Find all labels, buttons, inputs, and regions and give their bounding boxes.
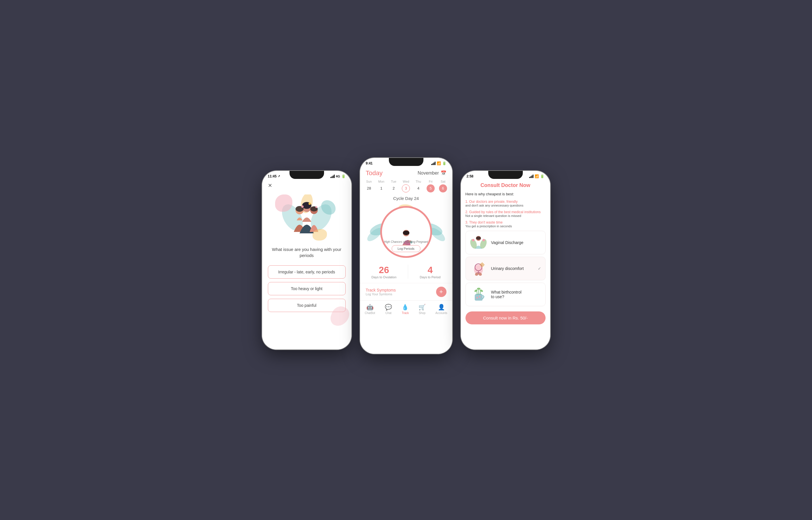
vaginal-discharge-label: Vaginal Discharge — [491, 240, 524, 245]
phone1-arrow-icon: ↗ — [278, 175, 280, 178]
phone1-illustration — [281, 194, 333, 240]
phone3-time: 2:58 — [467, 174, 474, 178]
ovulation-label: Days to Ovulation — [372, 276, 397, 279]
cycle-circle: High Chances of Getting Pregnant Log Per… — [380, 206, 432, 258]
cal-sun: Sun 28 — [365, 180, 373, 192]
phone1-status-left: 11:45 ↗ — [268, 174, 280, 178]
phone2-notch — [389, 158, 423, 166]
cal-thu: Thu 4 — [414, 180, 422, 192]
cycle-message: High Chances of Getting Pregnant — [382, 239, 430, 244]
nav-chat-label: Chat — [386, 311, 391, 315]
svg-point-48 — [479, 296, 480, 297]
reason-2-num: 2. Guided by rules of the best medical i… — [466, 210, 546, 214]
phone2-wifi-icon: 📶 — [437, 161, 441, 165]
svg-rect-40 — [475, 294, 482, 301]
track-subtitle: Log Your Symtoms — [366, 292, 396, 296]
cal-wed[interactable]: Wed 3 — [402, 180, 410, 192]
reason-1-desc: and don't ask any unnecessary questions — [466, 204, 546, 207]
svg-point-47 — [476, 297, 478, 298]
phone2-battery-icon: 🔋 — [442, 161, 446, 165]
phone-3: 2:58 📶 🔋 Consult Doctor Now Here is why … — [461, 171, 550, 349]
svg-point-24 — [476, 236, 481, 240]
phone2-time: 9:41 — [366, 161, 373, 165]
november-label: November 📅 — [418, 170, 446, 176]
add-symptoms-button[interactable]: + — [436, 287, 446, 297]
nav-track-label: Track — [402, 311, 409, 315]
phone-1: 11:45 ↗ 4G 🔋 ✕ — [262, 171, 351, 349]
consult-button[interactable]: Consult now in Rs. 50/- — [466, 311, 546, 324]
phone3-signal-icon — [529, 175, 533, 178]
phone-notch — [289, 171, 324, 179]
selected-checkmark: ✓ — [538, 266, 541, 271]
reason-3-desc: You get a prescription in seconds — [466, 225, 546, 228]
option-irregular[interactable]: Irregular - late, early, no periods — [268, 265, 346, 279]
phone3-status-right: 📶 🔋 — [529, 174, 544, 178]
reason-3-num: 3. They don't waste time — [466, 220, 546, 225]
service-urinary-discomfort[interactable]: Urinary discomfort ✓ — [466, 257, 546, 280]
svg-point-10 — [309, 203, 311, 205]
blob-yellow — [313, 229, 327, 240]
log-periods-button[interactable]: Log Periods — [391, 245, 421, 252]
svg-point-20 — [403, 231, 409, 235]
option-heavy-light[interactable]: Too heavy or light — [268, 282, 346, 295]
today-date: 3 — [402, 184, 410, 192]
nav-chat[interactable]: 💬 Chat — [385, 304, 392, 315]
nav-chatbot[interactable]: 🤖 ChatBot — [365, 304, 375, 315]
svg-point-33 — [480, 263, 484, 267]
reason-2: 2. Guided by rules of the best medical i… — [466, 210, 546, 217]
reason-3: 3. They don't waste time You get a presc… — [466, 220, 546, 228]
phone1-status-right: 4G 🔋 — [331, 174, 346, 178]
phone3-wifi-icon: 📶 — [534, 174, 539, 178]
cal-fri[interactable]: Fri 5 — [426, 180, 435, 192]
today-label: Today — [366, 170, 383, 177]
ovulation-number: 26 — [372, 265, 397, 276]
svg-point-45 — [477, 287, 480, 289]
phone3-notch — [488, 171, 523, 179]
stat-ovulation: 26 Days to Ovulation — [372, 265, 397, 279]
bottom-nav: 🤖 ChatBot 💬 Chat 💧 Track 🛒 Shop 👤 — [360, 301, 452, 320]
nav-track[interactable]: 💧 Track — [401, 304, 409, 315]
reason-1-num: 1. Our doctors are private, friendly — [466, 200, 546, 204]
svg-point-9 — [301, 205, 304, 208]
track-title: Track Symptoms — [366, 288, 396, 292]
service-birthcontrol[interactable]: What birthcontrol to use? — [466, 283, 546, 306]
svg-point-11 — [315, 206, 317, 208]
period-label: Days to Period — [420, 276, 440, 279]
close-button[interactable]: ✕ — [268, 182, 272, 189]
nav-shop[interactable]: 🛒 Shop — [419, 304, 426, 315]
track-text: Track Symptoms Log Your Symtoms — [366, 288, 396, 296]
birthcontrol-icon — [470, 286, 487, 303]
cheapest-heading: Here is why cheapest is best: — [466, 192, 546, 196]
period-number: 4 — [420, 265, 440, 276]
phone1-battery-icon: 🔋 — [341, 174, 346, 178]
urinary-discomfort-label: Urinary discomfort — [491, 266, 524, 271]
reason-2-desc: Not a single relevant question is missed — [466, 214, 546, 217]
phone1-content: ✕ — [262, 180, 351, 349]
phone1-time: 11:45 — [268, 174, 277, 178]
phone3-content: Consult Doctor Now Here is why cheapest … — [461, 180, 550, 349]
service-vaginal-discharge[interactable]: Vaginal Discharge — [466, 231, 546, 254]
cal-mon: Mon 1 — [377, 180, 386, 192]
phone2-content: Today November 📅 Sun 28 Mon 1 Tue — [360, 166, 452, 354]
phone2-signal-icon — [431, 162, 436, 165]
phone1-signal-icon — [331, 175, 335, 178]
urinary-discomfort-icon — [470, 260, 487, 277]
vaginal-discharge-icon — [470, 234, 487, 251]
phone2-status-right: 📶 🔋 — [431, 161, 446, 165]
period-fri: 5 — [426, 184, 435, 192]
nav-accounts-label: Accounts — [436, 311, 447, 315]
shop-icon: 🛒 — [419, 304, 426, 311]
nav-chatbot-label: ChatBot — [365, 311, 375, 315]
reason-1: 1. Our doctors are private, friendly and… — [466, 200, 546, 207]
phone1-network: 4G — [336, 175, 340, 178]
consult-title: Consult Doctor Now — [466, 182, 546, 188]
phone-2: 9:41 📶 🔋 Today November 📅 — [360, 158, 452, 354]
blob-pink-top — [275, 194, 292, 212]
nav-accounts[interactable]: 👤 Accounts — [436, 304, 447, 315]
cycle-day-text: Cycle Day 24 — [360, 196, 452, 201]
cal-sat[interactable]: Sat 6 — [439, 180, 447, 192]
cal-tue: Tue 2 — [390, 180, 398, 192]
track-icon: 💧 — [401, 304, 409, 311]
birthcontrol-label: What birthcontrol to use? — [491, 290, 522, 299]
svg-point-28 — [482, 239, 485, 241]
